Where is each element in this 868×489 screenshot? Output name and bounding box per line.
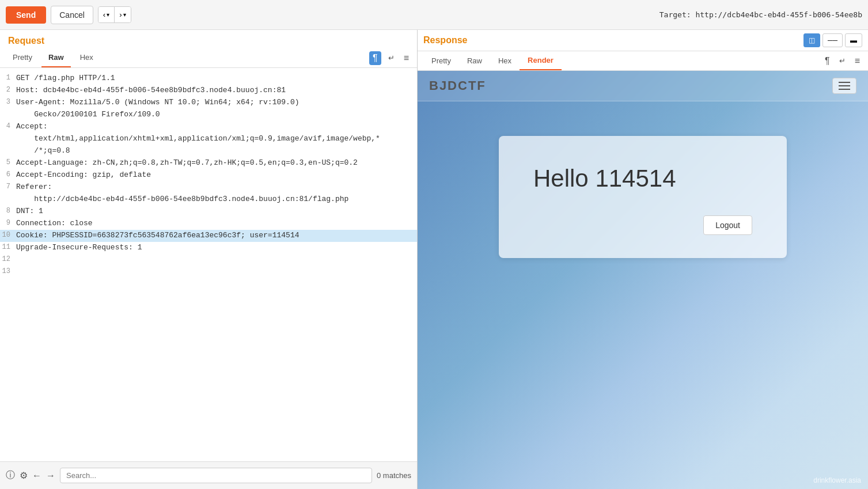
toolbar: Send Cancel ‹ ▾ › ▾ Target: http://dcb4e… xyxy=(0,0,868,30)
response-header: Response ◫ ── ▬ xyxy=(418,30,868,51)
view-grid-button[interactable]: ◫ xyxy=(803,33,820,47)
code-line: 8 DNT: 1 xyxy=(0,206,417,218)
logout-button[interactable]: Logout xyxy=(703,215,752,235)
code-line: 4 Accept: xyxy=(0,121,417,133)
nav-prev-button[interactable]: ‹ ▾ xyxy=(98,7,115,22)
view-lines-button[interactable]: ── xyxy=(822,33,843,47)
lines-icon: ── xyxy=(828,36,837,44)
hamburger-line-3 xyxy=(839,89,850,90)
resp-newline-icon-btn[interactable]: ↵ xyxy=(837,55,848,67)
render-footer: drinkflower.asia xyxy=(813,476,861,484)
tab-response-render[interactable]: Render xyxy=(520,51,562,70)
request-panel: Request Pretty Raw Hex ¶ ↵ ≡ 1 GET /flag xyxy=(0,30,418,489)
nav-next-button[interactable]: › ▾ xyxy=(115,7,130,22)
tab-response-pretty[interactable]: Pretty xyxy=(423,52,459,70)
newline-icon: ↵ xyxy=(388,54,395,62)
gear-icon: ⚙ xyxy=(20,470,28,481)
render-card-area: Hello 114514 Logout xyxy=(418,101,868,270)
search-input[interactable] xyxy=(60,468,372,483)
hamburger-line-1 xyxy=(839,82,850,83)
code-line: 11 Upgrade-Insecure-Requests: 1 xyxy=(0,242,417,254)
back-button[interactable]: ← xyxy=(32,471,41,481)
render-frame: BJDCTF Hello 114514 Logout drinkflower.a… xyxy=(418,71,868,489)
chevron-left-icon: ‹ xyxy=(103,10,105,19)
response-title: Response xyxy=(423,35,467,46)
request-tab-icons: ¶ ↵ ≡ xyxy=(369,51,411,65)
question-icon: ⓘ xyxy=(6,469,15,482)
code-line: 1 GET /flag.php HTTP/1.1 xyxy=(0,73,417,85)
card-actions: Logout xyxy=(533,215,752,235)
hamburger-button[interactable] xyxy=(832,78,856,94)
tab-request-pretty[interactable]: Pretty xyxy=(6,48,39,67)
code-line: 3 User-Agent: Mozilla/5.0 (Windows NT 10… xyxy=(0,97,417,109)
tab-response-hex[interactable]: Hex xyxy=(490,52,520,70)
match-count: 0 matches xyxy=(377,471,411,480)
cancel-button[interactable]: Cancel xyxy=(51,6,93,24)
code-line: 9 Connection: close xyxy=(0,218,417,230)
grid-icon: ◫ xyxy=(809,36,815,44)
view-compact-button[interactable]: ▬ xyxy=(845,33,862,47)
response-tab-icons: ¶ ↵ ≡ xyxy=(822,55,862,67)
arrow-left-icon: ← xyxy=(32,471,41,481)
settings-button[interactable]: ⚙ xyxy=(20,470,28,481)
dropdown-arrow-icon: ▾ xyxy=(107,12,109,18)
menu-icon-btn[interactable]: ≡ xyxy=(401,52,411,65)
response-panel: Response ◫ ── ▬ Pretty Raw Hex Render xyxy=(418,30,868,489)
resp-paragraph-icon-btn[interactable]: ¶ xyxy=(822,55,832,67)
render-card: Hello 114514 Logout xyxy=(499,136,787,258)
code-line: 12 xyxy=(0,254,417,266)
main-content: Request Pretty Raw Hex ¶ ↵ ≡ 1 GET /flag xyxy=(0,30,868,489)
code-line: 5 Accept-Language: zh-CN,zh;q=0.8,zh-TW;… xyxy=(0,157,417,169)
render-brand: BJDCTF xyxy=(429,78,486,93)
chevron-right-icon: › xyxy=(119,10,122,19)
code-line-highlighted: 10 Cookie: PHPSESSID=6638273fc563548762a… xyxy=(0,230,417,242)
paragraph-icon: ¶ xyxy=(373,53,378,63)
request-title: Request xyxy=(0,30,417,48)
hamburger-line-2 xyxy=(839,85,850,86)
menu-icon: ≡ xyxy=(404,53,409,63)
code-line: http://dcb4e4bc-eb4d-455f-b006-54ee8b9bd… xyxy=(0,194,417,206)
code-line: 6 Accept-Encoding: gzip, deflate xyxy=(0,169,417,181)
code-line: /*;q=0.8 xyxy=(0,145,417,157)
help-button[interactable]: ⓘ xyxy=(6,469,15,482)
code-line: 13 xyxy=(0,266,417,278)
request-code-area[interactable]: 1 GET /flag.php HTTP/1.1 2 Host: dcb4e4b… xyxy=(0,68,417,461)
search-bar: ⓘ ⚙ ← → 0 matches xyxy=(0,461,417,489)
send-button[interactable]: Send xyxy=(6,6,46,24)
tab-request-hex[interactable]: Hex xyxy=(73,48,100,67)
resp-menu-icon-btn[interactable]: ≡ xyxy=(852,55,862,67)
render-navbar: BJDCTF xyxy=(418,71,868,101)
compact-icon: ▬ xyxy=(850,36,857,44)
nav-button-group: ‹ ▾ › ▾ xyxy=(98,6,131,23)
code-line: 2 Host: dcb4e4bc-eb4d-455f-b006-54ee8b9b… xyxy=(0,85,417,97)
response-view-buttons: ◫ ── ▬ xyxy=(803,33,862,47)
response-tab-bar: Pretty Raw Hex Render ¶ ↵ ≡ xyxy=(418,51,868,71)
code-line: text/html,application/xhtml+xml,applicat… xyxy=(0,133,417,145)
request-tab-bar: Pretty Raw Hex ¶ ↵ ≡ xyxy=(0,48,417,68)
resp-newline-icon: ↵ xyxy=(839,56,846,65)
newline-icon-btn[interactable]: ↵ xyxy=(386,52,397,63)
target-label: Target: http://dcb4e4bc-eb4d-455f-b006-5… xyxy=(659,10,862,19)
arrow-right-icon: → xyxy=(46,471,55,481)
tab-request-raw[interactable]: Raw xyxy=(41,48,71,67)
code-line: 7 Referer: xyxy=(0,181,417,194)
code-line: Gecko/20100101 Firefox/109.0 xyxy=(0,109,417,121)
resp-paragraph-icon: ¶ xyxy=(825,56,830,66)
forward-button[interactable]: → xyxy=(46,471,55,481)
tab-response-raw[interactable]: Raw xyxy=(459,52,490,70)
paragraph-icon-btn[interactable]: ¶ xyxy=(369,51,381,65)
hello-message: Hello 114514 xyxy=(533,165,752,192)
dropdown-arrow-icon2: ▾ xyxy=(123,12,126,18)
resp-menu-icon: ≡ xyxy=(855,56,860,66)
